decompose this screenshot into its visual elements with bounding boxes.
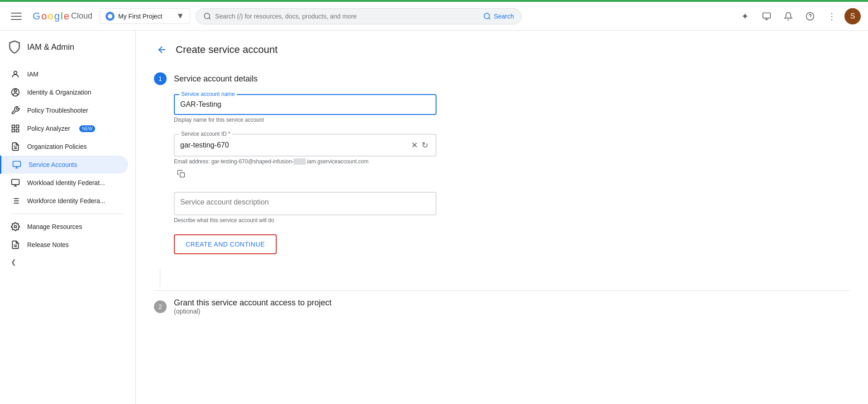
account-id-input-row: ✕ ↻	[180, 138, 430, 152]
account-name-hint: Display name for this service account	[174, 117, 436, 123]
new-badge: NEW	[79, 125, 95, 132]
sidebar-item-label: Policy Troubleshooter	[27, 107, 88, 114]
section-2: 2 Grant this service account access to p…	[154, 290, 850, 315]
more-options-button[interactable]: ⋮	[823, 7, 841, 25]
avatar[interactable]: S	[844, 8, 861, 24]
wrench-icon	[11, 106, 20, 115]
clear-id-button[interactable]: ✕	[409, 138, 420, 152]
sidebar-item-workload-identity[interactable]: Workload Identity Federat...	[0, 174, 128, 192]
section-1-title: Service account details	[174, 74, 258, 84]
project-dot-icon	[106, 12, 115, 21]
account-id-field[interactable]: Service account ID * ✕ ↻	[174, 134, 436, 157]
more-icon: ⋮	[827, 11, 836, 22]
account-description-field[interactable]	[174, 192, 436, 215]
svg-rect-14	[12, 180, 19, 185]
account-id-input[interactable]	[180, 139, 409, 151]
sidebar-item-policy-analyzer[interactable]: Policy Analyzer NEW	[0, 119, 128, 138]
sidebar-item-label: Identity & Organization	[27, 89, 91, 96]
refresh-icon: ↻	[422, 140, 428, 150]
notifications-button[interactable]	[779, 7, 797, 25]
search-button[interactable]: Search	[483, 12, 514, 20]
sidebar-item-label: Workload Identity Federat...	[27, 179, 105, 186]
sidebar-item-label: Workforce Identity Federa...	[27, 197, 105, 204]
terminal-icon	[762, 12, 771, 21]
sidebar-item-iam[interactable]: IAM	[0, 65, 128, 83]
help-button[interactable]	[801, 7, 819, 25]
list-icon	[11, 196, 20, 205]
step-2-badge: 2	[154, 300, 167, 313]
project-name: My First Project	[118, 13, 173, 20]
back-button[interactable]	[154, 42, 170, 58]
redacted-text	[293, 158, 306, 165]
sparkle-icon: ✦	[741, 11, 749, 22]
page-header: Create service account	[154, 42, 850, 58]
terminal-button[interactable]	[758, 7, 776, 25]
back-arrow-icon	[157, 44, 168, 55]
sidebar-item-label: Policy Analyzer	[27, 125, 70, 132]
svg-rect-13	[13, 162, 21, 167]
svg-point-6	[14, 90, 17, 92]
search-input[interactable]	[215, 13, 480, 20]
sidebar-item-manage-resources[interactable]: Manage Resources	[0, 218, 135, 236]
email-row: Email address: gar-testing-670@shaped-in…	[174, 158, 436, 165]
copy-email-button[interactable]	[174, 166, 188, 181]
sidebar-item-service-accounts[interactable]: Service Accounts	[0, 156, 128, 174]
account-description-group: Describe what this service account will …	[174, 192, 436, 223]
sidebar-title: IAM & Admin	[27, 43, 74, 52]
account-id-group: Service account ID * ✕ ↻ Email address: …	[174, 134, 436, 181]
sidebar-item-identity-org[interactable]: Identity & Organization	[0, 83, 128, 101]
sparkle-button[interactable]: ✦	[736, 7, 754, 25]
clear-icon: ✕	[411, 140, 418, 150]
svg-point-0	[204, 13, 210, 19]
release-notes-icon	[11, 240, 20, 249]
main-content: Create service account 1 Service account…	[136, 31, 868, 404]
sidebar-collapse-button[interactable]: ❮	[0, 254, 135, 270]
account-name-field[interactable]: Service account name	[174, 94, 436, 115]
create-and-continue-button[interactable]: CREATE AND CONTINUE	[174, 234, 277, 254]
account-description-input[interactable]	[180, 196, 430, 208]
svg-rect-9	[16, 129, 19, 132]
section-1: 1 Service account details Service accoun…	[154, 72, 850, 254]
hamburger-menu-button[interactable]	[7, 7, 25, 25]
create-button-container: CREATE AND CONTINUE	[174, 234, 850, 254]
section-1-header: 1 Service account details	[154, 72, 850, 85]
sidebar-item-label: Service Accounts	[29, 161, 77, 168]
shield-icon	[7, 40, 22, 54]
svg-rect-2	[763, 13, 771, 18]
copy-icon	[177, 170, 185, 178]
section-2-subtitle: (optional)	[174, 308, 331, 315]
section-2-title: Grant this service account access to pro…	[174, 298, 331, 308]
project-selector[interactable]: My First Project ▼	[100, 8, 190, 24]
monitor-icon	[12, 160, 21, 169]
sidebar-item-label: IAM	[27, 71, 38, 78]
refresh-id-button[interactable]: ↻	[420, 138, 430, 152]
sidebar-item-org-policies[interactable]: Organization Policies	[0, 138, 128, 156]
sidebar: IAM & Admin IAM Identity & Organization	[0, 31, 136, 404]
sidebar-item-policy-troubleshooter[interactable]: Policy Troubleshooter	[0, 101, 128, 119]
sidebar-item-label: Organization Policies	[27, 143, 87, 150]
account-name-input[interactable]	[180, 99, 430, 110]
doc-icon	[11, 142, 20, 151]
collapse-icon: ❮	[11, 258, 16, 266]
account-description-hint: Describe what this service account will …	[174, 217, 436, 223]
bell-icon	[784, 12, 793, 21]
svg-rect-10	[12, 129, 15, 132]
hamburger-icon	[11, 11, 22, 22]
help-icon	[806, 12, 815, 21]
sidebar-item-release-notes[interactable]: Release Notes	[0, 236, 135, 254]
google-logo: Google Cloud	[33, 10, 92, 22]
sidebar-divider	[11, 214, 125, 214]
svg-point-1	[484, 13, 489, 19]
grid-icon	[11, 124, 20, 133]
account-name-group: Service account name Display name for th…	[174, 94, 436, 123]
sidebar-item-workforce-identity[interactable]: Workforce Identity Federa...	[0, 192, 128, 210]
sidebar-navigation: IAM Identity & Organization Policy Troub…	[0, 62, 135, 274]
top-nav-actions: ✦ ⋮ S	[736, 7, 861, 25]
svg-rect-24	[180, 173, 185, 177]
search-bar[interactable]: Search	[196, 8, 522, 24]
email-text: Email address: gar-testing-670@shaped-in…	[174, 158, 369, 165]
svg-rect-7	[12, 125, 15, 128]
manage-resources-label: Manage Resources	[27, 223, 82, 230]
chevron-down-icon: ▼	[176, 11, 184, 21]
svg-rect-8	[16, 125, 19, 128]
